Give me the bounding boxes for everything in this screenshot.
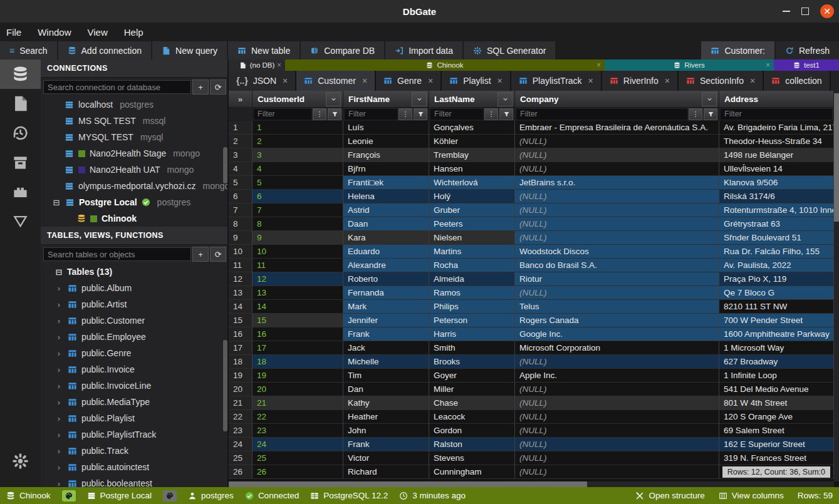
- statusbar-item-chinook[interactable]: Chinook: [6, 491, 51, 500]
- sql-generator-button[interactable]: SQL Generator: [464, 41, 555, 59]
- cell-firstname[interactable]: François: [343, 148, 429, 162]
- statusbar-item-postgres[interactable]: postgres: [188, 491, 234, 500]
- cell-customerid[interactable]: 21: [253, 396, 343, 410]
- cell-lastname[interactable]: Wichterlová: [429, 176, 515, 190]
- rail-database-button[interactable]: [0, 59, 41, 89]
- cell-customerid[interactable]: 6: [253, 190, 343, 203]
- maximize-icon[interactable]: [801, 8, 809, 15]
- cell-firstname[interactable]: Franti□ek: [343, 176, 429, 190]
- row-number[interactable]: 13: [229, 286, 253, 300]
- column-header-firstname[interactable]: FirstName: [343, 91, 429, 108]
- hscroll-thumb[interactable]: [229, 481, 587, 487]
- row-number[interactable]: 11: [229, 259, 253, 272]
- cell-company[interactable]: (NULL): [515, 217, 719, 231]
- table-item[interactable]: ›public.Employee: [41, 329, 229, 345]
- cell-firstname[interactable]: Alexandre: [343, 259, 429, 272]
- cell-company[interactable]: Microsoft Corporation: [515, 341, 719, 355]
- close-icon[interactable]: ×: [588, 76, 593, 86]
- tab-json[interactable]: {..}JSON×: [229, 71, 296, 91]
- cell-customerid[interactable]: 17: [253, 341, 343, 355]
- cell-customerid[interactable]: 25: [253, 451, 343, 465]
- connection-item[interactable]: Nano2Health UATmongo: [41, 162, 229, 178]
- cell-lastname[interactable]: Goyer: [429, 369, 515, 383]
- rail-filter-button[interactable]: [0, 207, 41, 236]
- filter-funnel-button[interactable]: [328, 108, 341, 120]
- cell-company[interactable]: (NULL): [515, 135, 719, 148]
- cell-customerid[interactable]: 1: [253, 121, 343, 135]
- cell-address[interactable]: 541 Del Medio Avenue: [719, 383, 834, 396]
- cell-company[interactable]: Rogers Canada: [515, 314, 719, 327]
- connection-item[interactable]: Nano2Health Stagemongo: [41, 145, 229, 162]
- row-number[interactable]: 22: [229, 410, 253, 424]
- vscroll-thumb[interactable]: [834, 93, 839, 222]
- table-item[interactable]: ›public.MediaType: [41, 394, 229, 410]
- filter-funnel-button[interactable]: [704, 108, 717, 120]
- column-header-company[interactable]: Company: [515, 91, 719, 108]
- tab-riverinfo[interactable]: RiverInfo×: [602, 71, 679, 91]
- cell-lastname[interactable]: Philips: [429, 300, 515, 314]
- cell-address[interactable]: 700 W Pender Street: [719, 314, 834, 327]
- cell-lastname[interactable]: Holý: [429, 190, 515, 203]
- cell-firstname[interactable]: Jack: [343, 341, 429, 355]
- chevron-right-icon[interactable]: ›: [55, 316, 63, 326]
- cell-address[interactable]: Rilská 3174/6: [719, 190, 834, 203]
- filter-menu-button[interactable]: ⋮: [399, 108, 412, 120]
- cell-company[interactable]: (NULL): [515, 424, 719, 438]
- cell-lastname[interactable]: Almeida: [429, 272, 515, 286]
- cell-company[interactable]: (NULL): [515, 148, 719, 162]
- cell-lastname[interactable]: Ralston: [429, 438, 515, 451]
- tables-group[interactable]: ⊟ Tables (13): [41, 264, 229, 280]
- vertical-scrollbar[interactable]: [834, 91, 839, 481]
- filter-menu-button[interactable]: ⋮: [689, 108, 702, 120]
- cell-lastname[interactable]: Leacock: [429, 410, 515, 424]
- tab-customer[interactable]: Customer×: [296, 71, 376, 91]
- cell-company[interactable]: (NULL): [515, 231, 719, 245]
- cell-customerid[interactable]: 19: [253, 369, 343, 383]
- cell-address[interactable]: Rua Dr. Falcăo Filho, 155: [719, 245, 834, 259]
- tab-sectioninfo[interactable]: SectionInfo×: [679, 71, 764, 91]
- statusbar-item-3-minutes-ago[interactable]: 3 minutes ago: [399, 491, 466, 500]
- cell-company[interactable]: Embraer - Empresa Brasileira de Aeronáut…: [515, 121, 719, 135]
- cell-customerid[interactable]: 9: [253, 231, 343, 245]
- cell-company[interactable]: (NULL): [515, 396, 719, 410]
- cell-firstname[interactable]: Jennifer: [343, 314, 429, 327]
- horizontal-scrollbar[interactable]: [229, 481, 834, 487]
- chevron-right-icon[interactable]: ›: [55, 446, 63, 456]
- cell-address[interactable]: Av. Brigadeiro Faria Lima, 2170: [719, 121, 834, 135]
- filter-funnel-button[interactable]: [414, 108, 427, 120]
- close-icon[interactable]: ×: [750, 76, 755, 86]
- row-number[interactable]: 4: [229, 162, 253, 176]
- filter-input-company[interactable]: [516, 109, 687, 120]
- cell-lastname[interactable]: Peeters: [429, 217, 515, 231]
- cell-company[interactable]: (NULL): [515, 162, 719, 176]
- connection-item[interactable]: MS SQL TESTmssql: [41, 113, 229, 129]
- cell-firstname[interactable]: Tim: [343, 369, 429, 383]
- cell-lastname[interactable]: Gonçalves: [429, 121, 515, 135]
- chevron-right-icon[interactable]: ›: [55, 414, 63, 423]
- row-number[interactable]: 17: [229, 341, 253, 355]
- cell-address[interactable]: 1 Infinite Loop: [719, 369, 834, 383]
- cell-address[interactable]: 162 E Superior Street: [719, 438, 834, 451]
- cell-firstname[interactable]: Daan: [343, 217, 429, 231]
- cell-customerid[interactable]: 2: [253, 135, 343, 148]
- cell-firstname[interactable]: Roberto: [343, 272, 429, 286]
- cell-company[interactable]: JetBrains s.r.o.: [515, 176, 719, 190]
- cell-address[interactable]: 69 Salem Street: [719, 424, 834, 438]
- row-number[interactable]: 24: [229, 438, 253, 451]
- statusbar-item[interactable]: [163, 490, 177, 501]
- cell-customerid[interactable]: 14: [253, 300, 343, 314]
- cell-lastname[interactable]: Gruber: [429, 203, 515, 217]
- table-item[interactable]: ›public.Playlist: [41, 410, 229, 426]
- column-dropdown-button[interactable]: [498, 92, 513, 106]
- table-item[interactable]: ›public.booleantest: [41, 475, 229, 487]
- statusbar-item-open-structure[interactable]: Open structure: [635, 491, 704, 500]
- cell-customerid[interactable]: 8: [253, 217, 343, 231]
- table-item[interactable]: ›public.Invoice: [41, 361, 229, 378]
- table-item[interactable]: ›public.InvoiceLine: [41, 378, 229, 394]
- row-number[interactable]: 12: [229, 272, 253, 286]
- cell-company[interactable]: Woodstock Discos: [515, 245, 719, 259]
- tab-playlist[interactable]: Playlist×: [442, 71, 511, 91]
- connections-scrollbar[interactable]: [223, 147, 227, 183]
- row-number[interactable]: 23: [229, 424, 253, 438]
- close-icon[interactable]: ×: [766, 61, 770, 69]
